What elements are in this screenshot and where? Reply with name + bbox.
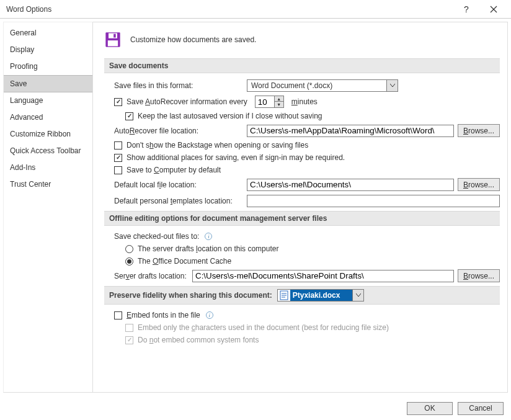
intro-text: Customize how documents are saved.: [130, 35, 256, 44]
save-icon: [104, 31, 122, 48]
embed-fonts-label: Embed fonts in the file: [127, 311, 200, 319]
checkbox-icon: [125, 324, 133, 332]
show-additional-checkbox[interactable]: Show additional places for saving, even …: [114, 153, 345, 162]
autorecover-minutes-input[interactable]: [256, 96, 274, 107]
autorecover-location-input[interactable]: [247, 125, 454, 137]
sidebar: General Display Proofing Save Language A…: [3, 22, 93, 393]
server-drafts-radio-label: The server drafts location on this compu…: [138, 244, 278, 253]
checkbox-icon: [114, 311, 122, 319]
keep-last-checkbox[interactable]: Keep the last autosaved version if I clo…: [125, 112, 322, 120]
autorecover-checkbox[interactable]: Save AutoRecover information every: [114, 97, 247, 106]
embed-only-chars-label: Embed only the characters used in the do…: [138, 323, 389, 332]
checkbox-icon: [114, 166, 122, 174]
dont-show-backstage-label: Don't show the Backstage when opening or…: [127, 141, 308, 150]
svg-rect-3: [109, 34, 117, 38]
embed-fonts-checkbox[interactable]: Embed fonts in the file: [114, 311, 200, 319]
sidebar-item-general[interactable]: General: [4, 25, 92, 42]
browse-default-local-button[interactable]: Browse...: [458, 178, 500, 191]
dialog-footer: OK Cancel: [0, 396, 511, 420]
sidebar-item-display[interactable]: Display: [4, 42, 92, 58]
office-cache-radio[interactable]: The Office Document Cache: [125, 257, 231, 266]
radio-icon: [125, 245, 133, 253]
document-dropdown[interactable]: Ptyxiaki.docx: [277, 289, 365, 302]
save-to-computer-checkbox[interactable]: Save to Computer by default: [114, 166, 221, 174]
server-drafts-location-label: Server drafts location:: [114, 272, 189, 280]
default-templates-input[interactable]: [247, 195, 500, 207]
sidebar-item-add-ins[interactable]: Add-Ins: [4, 159, 92, 176]
embed-only-chars-checkbox: Embed only the characters used in the do…: [125, 323, 389, 332]
radio-icon: [125, 257, 133, 266]
close-button[interactable]: [480, 1, 507, 18]
format-label: Save files in this format:: [114, 81, 243, 90]
autorecover-location-label: AutoRecover file location:: [114, 127, 243, 135]
browse-autorecover-button[interactable]: Browse...: [458, 124, 500, 137]
section-offline-editing: Offline editing options for document man…: [104, 211, 500, 226]
checkbox-icon: [114, 98, 122, 106]
browse-server-drafts-button[interactable]: Browse...: [458, 269, 500, 282]
chevron-down-icon: [352, 290, 363, 301]
do-not-embed-label: Do not embed common system fonts: [138, 336, 259, 344]
keep-last-label: Keep the last autosaved version if I clo…: [138, 112, 322, 120]
show-additional-label: Show additional places for saving, even …: [127, 153, 345, 162]
checkbox-icon: [114, 141, 122, 150]
info-icon[interactable]: i: [205, 233, 212, 240]
server-drafts-radio[interactable]: The server drafts location on this compu…: [125, 244, 278, 253]
default-local-input[interactable]: [247, 179, 454, 191]
section-save-documents: Save documents: [104, 58, 500, 73]
help-button[interactable]: ?: [453, 1, 480, 18]
content-panel: Customize how documents are saved. Save …: [93, 22, 508, 393]
minutes-label: minutes: [291, 97, 318, 106]
autorecover-minutes-spinner[interactable]: ▲▼: [255, 96, 284, 108]
document-name: Ptyxiaki.docx: [290, 290, 353, 301]
office-cache-radio-label: The Office Document Cache: [138, 257, 231, 266]
sidebar-item-quick-access-toolbar[interactable]: Quick Access Toolbar: [4, 143, 92, 159]
autorecover-label: Save AutoRecover information every: [127, 97, 247, 106]
format-value: Word Document (*.docx): [247, 81, 386, 90]
svg-rect-5: [108, 40, 118, 46]
checkbox-icon: [125, 336, 133, 344]
sidebar-item-trust-center[interactable]: Trust Center: [4, 176, 92, 193]
document-icon: [280, 290, 288, 300]
checkbox-icon: [125, 112, 133, 120]
save-checkedout-label: Save checked-out files to:: [114, 232, 199, 241]
sidebar-item-customize-ribbon[interactable]: Customize Ribbon: [4, 126, 92, 143]
sidebar-item-language[interactable]: Language: [4, 92, 92, 109]
close-icon: [490, 6, 497, 13]
info-icon[interactable]: i: [206, 311, 213, 319]
save-to-computer-label: Save to Computer by default: [127, 166, 221, 174]
sidebar-item-proofing[interactable]: Proofing: [4, 58, 92, 75]
chevron-down-icon: [386, 80, 398, 91]
svg-rect-4: [113, 34, 116, 38]
spinner-up-icon[interactable]: ▲: [275, 96, 283, 102]
do-not-embed-checkbox: Do not embed common system fonts: [125, 336, 259, 344]
preserve-header-text: Preserve fidelity when sharing this docu…: [109, 291, 272, 300]
cancel-button[interactable]: Cancel: [458, 402, 504, 415]
server-drafts-location-input[interactable]: [192, 270, 454, 282]
sidebar-item-advanced[interactable]: Advanced: [4, 109, 92, 126]
default-templates-label: Default personal templates location:: [114, 197, 243, 205]
default-local-label: Default local file location:: [114, 181, 243, 189]
dont-show-backstage-checkbox[interactable]: Don't show the Backstage when opening or…: [114, 141, 308, 150]
titlebar: Word Options ?: [0, 0, 511, 19]
window-title: Word Options: [6, 5, 453, 14]
format-dropdown[interactable]: Word Document (*.docx): [247, 79, 398, 92]
checkbox-icon: [114, 154, 122, 162]
section-preserve-fidelity: Preserve fidelity when sharing this docu…: [104, 286, 500, 305]
sidebar-item-save[interactable]: Save: [4, 75, 92, 92]
ok-button[interactable]: OK: [407, 402, 453, 415]
spinner-down-icon[interactable]: ▼: [275, 102, 283, 107]
